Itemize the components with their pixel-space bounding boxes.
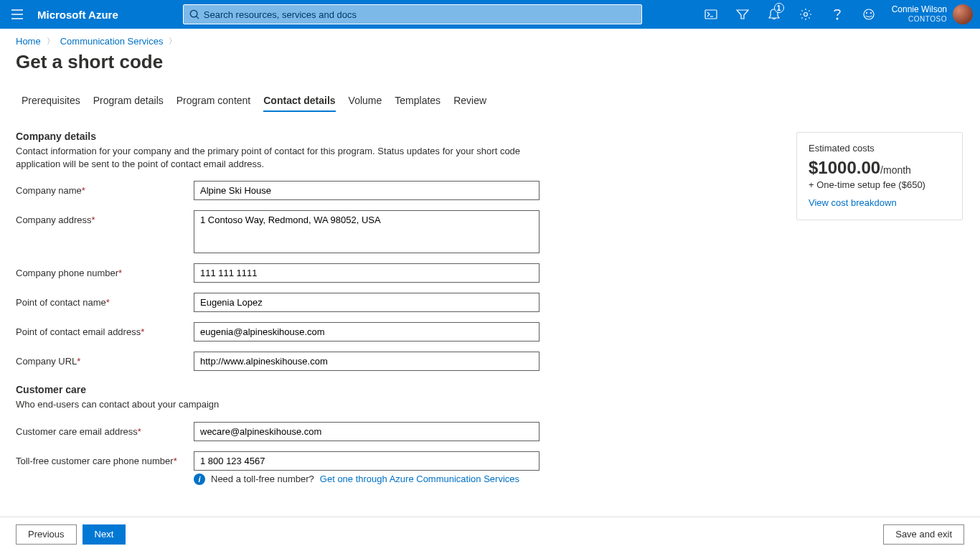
- brand-name[interactable]: Microsoft Azure: [37, 9, 118, 21]
- company-url-field[interactable]: [194, 352, 540, 371]
- help-button[interactable]: [821, 0, 853, 29]
- footer-bar: Previous Next Save and exit: [0, 517, 980, 551]
- care-phone-label: Toll-free customer care phone number*: [16, 451, 194, 466]
- help-icon: [834, 9, 841, 20]
- svg-point-9: [837, 18, 838, 19]
- svg-marker-7: [737, 10, 748, 19]
- tab-contact-details[interactable]: Contact details: [263, 95, 335, 112]
- cost-breakdown-link[interactable]: View cost breakdown: [809, 197, 897, 208]
- avatar: [953, 4, 973, 24]
- feedback-icon: [862, 8, 875, 21]
- cost-amount: $1000.00: [809, 158, 880, 177]
- tab-program-content[interactable]: Program content: [176, 95, 251, 112]
- company-address-field[interactable]: [194, 210, 540, 253]
- toll-free-info: i Need a toll-free number? Get one throu…: [194, 474, 561, 485]
- company-phone-field[interactable]: [194, 263, 540, 283]
- next-button[interactable]: Next: [83, 524, 126, 545]
- cloud-shell-button[interactable]: [695, 0, 727, 29]
- previous-button[interactable]: Previous: [16, 524, 77, 545]
- svg-point-10: [864, 9, 874, 19]
- cost-setup-fee: + One-time setup fee ($650): [809, 179, 951, 190]
- hamburger-icon: [11, 9, 23, 19]
- customer-care-desc: Who end-users can contact about your cam…: [16, 398, 532, 411]
- company-name-label: Company name*: [16, 181, 194, 196]
- company-details-desc: Contact information for your company and…: [16, 145, 532, 171]
- search-icon: [189, 9, 199, 19]
- company-name-field[interactable]: [194, 181, 540, 200]
- topbar: Microsoft Azure Search resources, servic…: [0, 0, 980, 29]
- company-address-label: Company address*: [16, 210, 194, 225]
- cloud-shell-icon: [705, 9, 717, 20]
- feedback-button[interactable]: [853, 0, 885, 29]
- breadcrumb-section[interactable]: Communication Services: [60, 36, 164, 47]
- chevron-right-icon: 〉: [47, 36, 55, 47]
- notifications-button[interactable]: 1: [758, 0, 790, 29]
- save-and-exit-button[interactable]: Save and exit: [883, 524, 964, 545]
- customer-care-heading: Customer care: [16, 384, 561, 395]
- chevron-right-icon: 〉: [169, 36, 176, 47]
- toll-free-info-link[interactable]: Get one through Azure Communication Serv…: [320, 474, 519, 484]
- topbar-icons: 1: [695, 0, 885, 29]
- user-name: Connie Wilson: [892, 5, 947, 15]
- directory-filter-button[interactable]: [727, 0, 758, 29]
- breadcrumb: Home 〉 Communication Services 〉: [16, 36, 964, 47]
- gear-icon: [799, 8, 812, 21]
- care-email-field[interactable]: [194, 422, 540, 441]
- svg-point-11: [866, 13, 867, 14]
- search-placeholder: Search resources, services and docs: [204, 9, 357, 20]
- tab-prerequisites[interactable]: Prerequisites: [22, 95, 80, 112]
- hamburger-menu[interactable]: [0, 0, 34, 29]
- svg-line-4: [196, 17, 199, 19]
- poc-name-field[interactable]: [194, 293, 540, 312]
- tab-program-details[interactable]: Program details: [93, 95, 164, 112]
- cost-card: Estimated costs $1000.00/month + One-tim…: [796, 132, 963, 220]
- poc-email-label: Point of contact email address*: [16, 322, 194, 337]
- cost-amount-line: $1000.00/month: [809, 158, 951, 178]
- settings-button[interactable]: [790, 0, 821, 29]
- page-title: Get a short code: [16, 51, 964, 73]
- tab-review[interactable]: Review: [453, 95, 486, 112]
- tab-volume[interactable]: Volume: [349, 95, 382, 112]
- user-menu[interactable]: Connie Wilson CONTOSO: [885, 0, 980, 29]
- company-details-heading: Company details: [16, 131, 561, 142]
- filter-icon: [736, 9, 749, 20]
- cost-suffix: /month: [880, 164, 911, 176]
- svg-point-12: [870, 13, 871, 14]
- toll-free-info-text: Need a toll-free number?: [211, 474, 314, 484]
- tab-templates[interactable]: Templates: [395, 95, 440, 112]
- company-url-label: Company URL*: [16, 352, 194, 367]
- poc-name-label: Point of contact name*: [16, 293, 194, 308]
- svg-rect-5: [705, 10, 717, 19]
- user-org: CONTOSO: [892, 15, 947, 24]
- svg-point-8: [804, 13, 807, 17]
- svg-point-3: [190, 10, 197, 17]
- care-phone-field[interactable]: [194, 451, 540, 471]
- cost-title: Estimated costs: [809, 143, 951, 154]
- info-icon: i: [194, 474, 205, 485]
- search-input[interactable]: Search resources, services and docs: [183, 4, 642, 24]
- care-email-label: Customer care email address*: [16, 422, 194, 437]
- tab-bar: PrerequisitesProgram detailsProgram cont…: [16, 95, 964, 112]
- company-phone-label: Company phone number*: [16, 263, 194, 278]
- poc-email-field[interactable]: [194, 322, 540, 342]
- notification-badge: 1: [774, 3, 784, 13]
- breadcrumb-home[interactable]: Home: [16, 36, 41, 47]
